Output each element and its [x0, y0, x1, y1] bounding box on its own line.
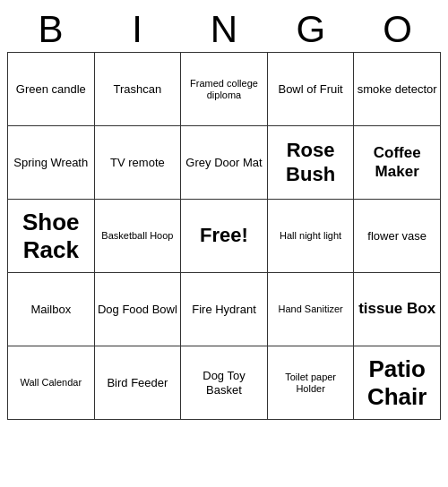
cell-4: smoke detector [354, 53, 441, 126]
cell-5: Spring Wreath [8, 126, 95, 200]
cell-7: Grey Door Mat [181, 126, 268, 200]
cell-10: Shoe Rack [8, 200, 95, 273]
cell-2: Framed college diploma [181, 53, 268, 126]
cell-19: tissue Box [354, 273, 441, 346]
cell-20: Wall Calendar [8, 346, 95, 420]
cell-21: Bird Feeder [95, 346, 182, 420]
cell-13: Hall night light [268, 200, 355, 273]
cell-3: Bowl of Fruit [268, 53, 355, 126]
letter-g: G [267, 7, 354, 52]
cell-6: TV remote [95, 126, 182, 200]
cell-0: Green candle [8, 53, 95, 126]
cell-18: Hand Sanitizer [268, 273, 355, 346]
letter-b: B [7, 7, 94, 52]
cell-12: Free! [181, 200, 268, 273]
cell-8: Rose Bush [268, 126, 355, 200]
cell-17: Fire Hydrant [181, 273, 268, 346]
cell-1: Trashcan [95, 53, 182, 126]
cell-23: Toilet paper Holder [268, 346, 355, 420]
cell-9: Coffee Maker [354, 126, 441, 200]
letter-n: N [181, 7, 268, 52]
letter-o: O [354, 7, 441, 52]
cell-16: Dog Food Bowl [95, 273, 182, 346]
bingo-header: B I N G O [7, 7, 441, 52]
cell-11: Basketball Hoop [95, 200, 182, 273]
cell-22: Dog Toy Basket [181, 346, 268, 420]
cell-15: Mailbox [8, 273, 95, 346]
letter-i: I [94, 7, 181, 52]
cell-14: flower vase [354, 200, 441, 273]
cell-24: Patio Chair [354, 346, 441, 420]
bingo-grid: Green candleTrashcanFramed college diplo… [7, 52, 441, 420]
